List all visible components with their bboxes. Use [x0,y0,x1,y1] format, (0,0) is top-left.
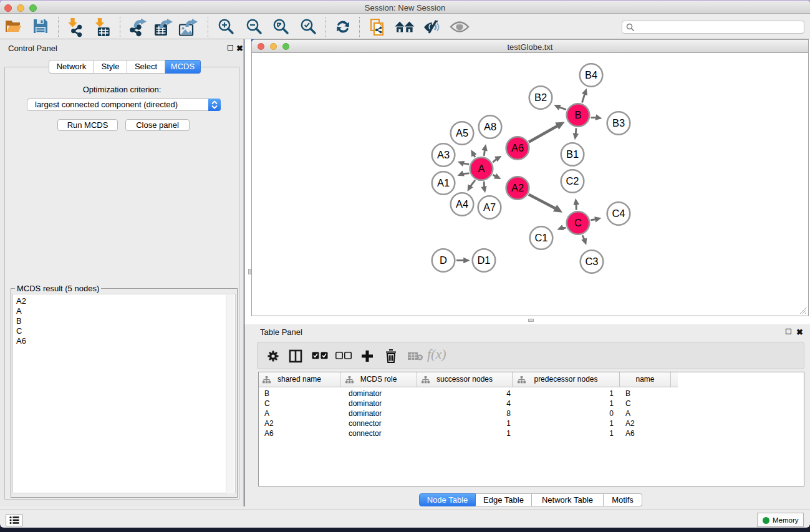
svg-text:C1: C1 [534,232,547,243]
svg-text:D: D [440,254,447,266]
svg-text:A6: A6 [511,142,524,153]
svg-text:C: C [574,217,582,228]
svg-text:C3: C3 [585,256,598,267]
svg-text:B3: B3 [612,117,625,128]
svg-text:B2: B2 [534,92,547,103]
svg-text:B1: B1 [566,148,579,160]
svg-text:A: A [478,163,485,174]
svg-text:B: B [574,109,581,120]
svg-text:A1: A1 [437,177,450,188]
svg-text:D1: D1 [477,254,490,266]
svg-text:A2: A2 [511,182,524,193]
svg-text:B4: B4 [585,69,597,80]
svg-text:C2: C2 [566,175,579,186]
svg-text:C4: C4 [612,208,625,219]
svg-text:A8: A8 [484,121,496,132]
svg-text:A7: A7 [483,201,496,213]
svg-text:A3: A3 [437,149,450,160]
svg-text:A5: A5 [456,127,468,138]
svg-text:A4: A4 [456,198,468,210]
